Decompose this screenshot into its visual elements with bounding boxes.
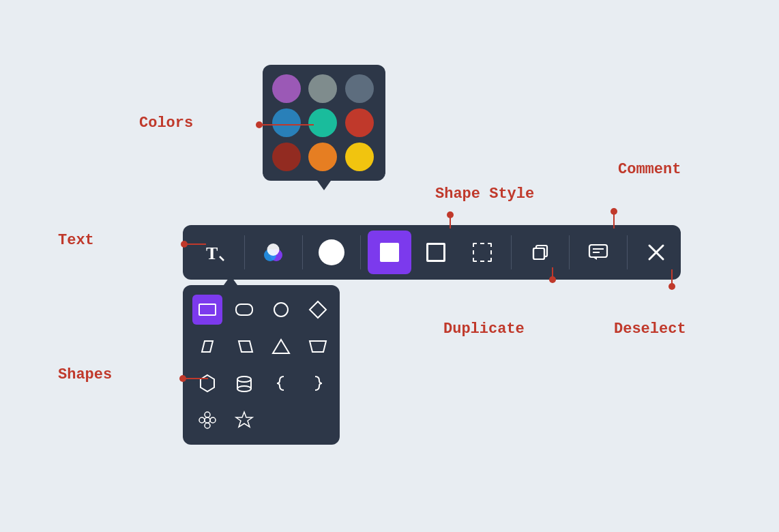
- color-dark-red[interactable]: [272, 143, 301, 171]
- text-label: Text: [58, 232, 94, 249]
- shape-cylinder[interactable]: [229, 368, 259, 398]
- dashed-border-button[interactable]: [460, 231, 504, 274]
- svg-point-16: [274, 303, 288, 316]
- divider-1: [244, 235, 245, 269]
- svg-rect-15: [236, 304, 252, 315]
- svg-marker-22: [201, 375, 214, 391]
- divider-6: [627, 235, 628, 269]
- svg-point-40: [447, 211, 454, 218]
- color-gray[interactable]: [308, 74, 337, 103]
- svg-point-26: [237, 386, 251, 391]
- svg-text:T: T: [206, 243, 218, 263]
- deselect-button[interactable]: [634, 231, 678, 274]
- duplicate-label: Duplicate: [443, 321, 525, 338]
- comment-label: Comment: [618, 161, 681, 178]
- svg-point-42: [611, 208, 617, 215]
- svg-point-23: [237, 376, 251, 382]
- color-teal[interactable]: [308, 108, 337, 137]
- border-style-button[interactable]: [414, 231, 458, 274]
- color-purple[interactable]: [272, 74, 301, 103]
- shapes-picker-button[interactable]: [252, 231, 295, 274]
- svg-point-34: [256, 121, 263, 128]
- shape-brace-close[interactable]: [303, 368, 333, 398]
- svg-rect-14: [199, 304, 216, 315]
- shape-style-label: Shape Style: [435, 186, 534, 203]
- svg-marker-32: [236, 412, 252, 427]
- shape-trapezoid[interactable]: [303, 331, 333, 361]
- shape-triangle[interactable]: [266, 331, 296, 361]
- svg-marker-18: [202, 341, 213, 352]
- shapes-panel: [183, 285, 340, 445]
- svg-point-31: [210, 417, 216, 423]
- svg-marker-21: [310, 341, 326, 352]
- divider-5: [569, 235, 570, 269]
- svg-point-27: [205, 417, 210, 423]
- svg-point-46: [668, 283, 675, 290]
- shape-brace-open[interactable]: [266, 368, 296, 398]
- divider-4: [511, 235, 512, 269]
- comment-button[interactable]: [576, 231, 620, 274]
- svg-marker-17: [310, 301, 326, 318]
- shape-hexagon[interactable]: [192, 368, 222, 398]
- color-dark-gray[interactable]: [345, 74, 374, 103]
- fill-color-button[interactable]: [368, 231, 411, 274]
- shape-star[interactable]: [229, 405, 259, 435]
- shape-rounded-rect[interactable]: [229, 295, 259, 325]
- shape-diamond[interactable]: [303, 295, 333, 325]
- shape-circle[interactable]: [266, 295, 296, 325]
- shapes-label: Shapes: [58, 366, 112, 383]
- text-button[interactable]: T: [194, 231, 237, 274]
- colors-label: Colors: [139, 115, 193, 132]
- svg-marker-20: [273, 340, 289, 353]
- svg-marker-11: [593, 257, 597, 260]
- divider-3: [360, 235, 361, 269]
- shape-rectangle[interactable]: [192, 295, 222, 325]
- fill-square: [380, 243, 399, 262]
- svg-line-1: [220, 256, 224, 261]
- color-yellow[interactable]: [345, 143, 374, 171]
- shape-parallelogram-right[interactable]: [229, 331, 259, 361]
- dashed-square: [473, 243, 492, 262]
- shape-flower[interactable]: [192, 405, 222, 435]
- svg-point-4: [267, 243, 280, 256]
- color-orange[interactable]: [308, 143, 337, 171]
- color-picker-button[interactable]: [310, 231, 353, 274]
- toolbar: T: [183, 225, 681, 280]
- svg-marker-19: [239, 341, 252, 352]
- svg-rect-6: [533, 248, 544, 259]
- colors-panel: [263, 65, 385, 181]
- deselect-label: Deselect: [614, 321, 686, 338]
- svg-point-28: [205, 412, 210, 417]
- svg-point-29: [205, 423, 210, 428]
- divider-2: [302, 235, 303, 269]
- svg-rect-8: [589, 245, 607, 257]
- color-blue[interactable]: [272, 108, 301, 137]
- svg-point-30: [199, 417, 205, 423]
- shape-parallelogram-left[interactable]: [192, 331, 222, 361]
- color-red[interactable]: [345, 108, 374, 137]
- border-square: [426, 243, 445, 262]
- duplicate-button[interactable]: [518, 231, 562, 274]
- color-circle: [319, 239, 344, 265]
